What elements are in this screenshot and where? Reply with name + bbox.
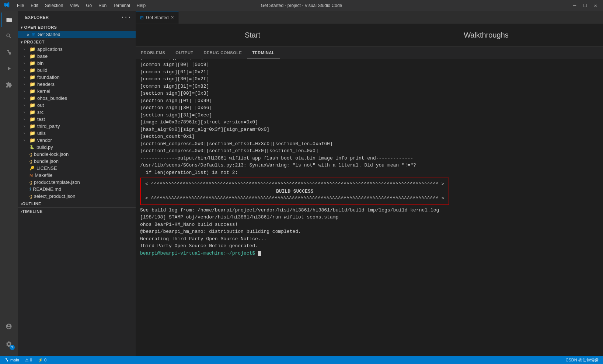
file-bundle-json[interactable]: › {} bundle.json [18, 158, 136, 165]
activity-account[interactable] [1, 319, 16, 334]
file-build-py[interactable]: › 🐍 build.py [18, 144, 136, 151]
terminal-line: /usr/lib/scons/SCons/Defaults.py:213: Sy… [140, 162, 599, 169]
activity-source-control[interactable] [1, 45, 16, 60]
settings-badge: 1 [10, 345, 15, 350]
file-license[interactable]: › 🔑 LICENSE [18, 165, 136, 172]
status-bar: main ⚠ 0 ⚡ 0 CSDN @仙剑情缘 [0, 356, 603, 364]
window-controls: ─ □ ✕ [571, 2, 599, 10]
file-readme-md[interactable]: › ℹ README.md [18, 186, 136, 193]
tab-bar: ⊞ Get Started ✕ [136, 11, 603, 24]
file-label: bundle.json [34, 158, 59, 164]
activity-search[interactable] [1, 29, 16, 43]
terminal-line: Third Party Open Source Notice generated… [140, 242, 599, 250]
activity-run-debug[interactable] [1, 61, 16, 76]
file-bundle-lock-json[interactable]: › {} bundle-lock.json [18, 151, 136, 158]
main-layout: 1 EXPLORER ··· ▾ OPEN EDITORS ✕ ⊞ Get St… [0, 11, 603, 356]
folder-base[interactable]: › 📁 base [18, 53, 136, 60]
window-title: Get Started - project - Visual Studio Co… [261, 3, 342, 8]
terminal-line: [section sign][31]=[0xec] [140, 112, 599, 119]
close-btn[interactable]: ✕ [592, 2, 599, 10]
build-success-top: < ^^^^^^^^^^^^^^^^^^^^^^^^^^^^^^^^^^^^^^… [145, 181, 444, 188]
sidebar-more-btn[interactable]: ··· [121, 14, 131, 21]
file-label: bundle-lock.json [34, 151, 69, 157]
terminal-line: [image_id=0x3c78961e][struct_version=0x0… [140, 119, 599, 126]
make-file-icon: M [29, 173, 33, 178]
folder-arrow-icon: › [24, 61, 28, 65]
status-bar-left: main ⚠ 0 ⚡ 0 [3, 358, 48, 363]
outline-section[interactable]: › OUTLINE [18, 200, 136, 207]
folder-bin[interactable]: › 📁 bin [18, 60, 136, 67]
folder-arrow-icon: › [24, 68, 28, 72]
menu-view[interactable]: View [67, 2, 82, 9]
folder-arrow-icon: › [24, 103, 28, 107]
menu-file[interactable]: File [14, 2, 27, 9]
menu-selection[interactable]: Selection [42, 2, 66, 9]
vscode-logo-icon [4, 2, 10, 10]
folder-utils[interactable]: › 📁 utils [18, 130, 136, 137]
folder-icon: 📁 [29, 109, 35, 115]
tab-problems[interactable]: PROBLEMS [136, 46, 170, 59]
folder-arrow-icon: › [24, 82, 28, 86]
menu-go[interactable]: Go [83, 2, 95, 9]
folder-arrow-icon: › [24, 138, 28, 142]
terminal-line: [198/198] STAMP obj/vendor/hisi/hi3861/h… [140, 214, 599, 221]
python-file-icon: 🐍 [29, 145, 35, 150]
branch-status[interactable]: main [3, 358, 21, 362]
activity-extensions[interactable] [1, 77, 16, 92]
minimize-btn[interactable]: ─ [571, 2, 578, 10]
close-editor-icon[interactable]: ✕ [27, 33, 29, 37]
file-product-template-json[interactable]: › {} product.template.json [18, 179, 136, 186]
terminal-line: [common sign][30]=[0x2f] [140, 76, 599, 83]
open-editors-header[interactable]: ▾ OPEN EDITORS [18, 24, 136, 31]
folder-out[interactable]: › 📁 out [18, 102, 136, 109]
errors-count[interactable]: ⚠ 0 [24, 358, 34, 363]
folder-arrow-icon: › [24, 117, 28, 121]
md-file-icon: ℹ [29, 187, 31, 192]
activity-explorer[interactable] [1, 13, 16, 27]
json-file-icon: {} [29, 194, 32, 199]
license-file-icon: 🔑 [29, 166, 35, 171]
menu-help[interactable]: Help [134, 2, 149, 9]
folder-label: out [37, 102, 44, 108]
tab-debug-console[interactable]: DEBUG CONSOLE [199, 46, 247, 59]
open-editors-label: OPEN EDITORS [24, 25, 57, 29]
file-select-product-json[interactable]: › {} select_product.json [18, 193, 136, 200]
folder-test[interactable]: › 📁 test [18, 116, 136, 123]
folder-ohos-bundles[interactable]: › 📁 ohos_bundles [18, 95, 136, 102]
folder-headers[interactable]: › 📁 headers [18, 81, 136, 88]
folder-arrow-icon: › [24, 75, 28, 79]
menu-run[interactable]: Run [95, 2, 109, 9]
warnings-count[interactable]: ⚡ 0 [36, 358, 48, 363]
folder-src[interactable]: › 📁 src [18, 109, 136, 116]
folder-third-party[interactable]: › 📁 third_party [18, 123, 136, 130]
maximize-btn[interactable]: □ [581, 2, 589, 10]
tab-vscode-icon: ⊞ [140, 15, 144, 20]
folder-vendor[interactable]: › 📁 vendor [18, 137, 136, 144]
folder-applications[interactable]: › 📁 applications [18, 46, 136, 53]
tab-close-icon[interactable]: ✕ [171, 15, 174, 20]
vscode-file-icon: ⊞ [32, 32, 35, 37]
folder-foundation[interactable]: › 📁 foundation [18, 74, 136, 81]
file-label: Makefile [35, 172, 52, 178]
timeline-section[interactable]: › TIMELINE [18, 207, 136, 215]
folder-label: src [37, 109, 43, 115]
terminal-line: @bearpi/bearpi_hm_nano: distribution bui… [140, 228, 599, 235]
tab-terminal[interactable]: TERMINAL [247, 46, 280, 59]
folder-icon: 📁 [29, 102, 35, 108]
project-header[interactable]: ▾ PROJECT [18, 38, 136, 46]
sidebar-header: EXPLORER ··· [18, 11, 136, 24]
folder-build[interactable]: › 📁 build [18, 67, 136, 74]
menu-terminal[interactable]: Terminal [110, 2, 133, 9]
folder-icon: 📁 [29, 74, 35, 80]
tab-output[interactable]: OUTPUT [170, 46, 198, 59]
activity-settings[interactable]: 1 [1, 337, 16, 351]
get-started-header: Start Walkthroughs [136, 24, 603, 46]
terminal-output[interactable]: [common key][00]=[0x0][common key][01]=[… [136, 59, 603, 260]
folder-icon: 📁 [29, 46, 35, 52]
activity-bar-bottom: 1 [1, 319, 16, 356]
folder-kernel[interactable]: › 📁 kernel [18, 88, 136, 95]
menu-edit[interactable]: Edit [28, 2, 41, 9]
open-editor-get-started[interactable]: ✕ ⊞ Get Started [18, 31, 136, 38]
tab-get-started[interactable]: ⊞ Get Started ✕ [136, 11, 179, 24]
file-makefile[interactable]: › M Makefile [18, 172, 136, 179]
